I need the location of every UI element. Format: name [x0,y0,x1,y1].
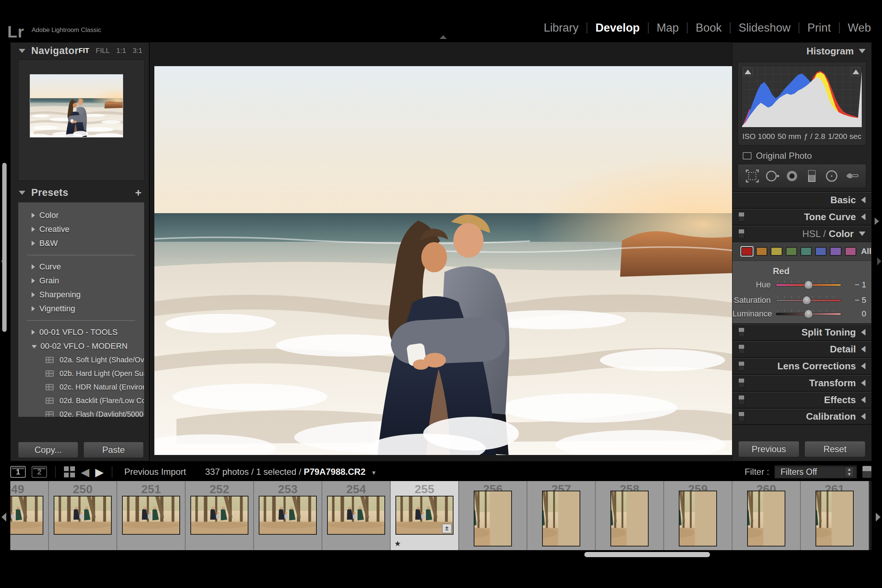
paste-button[interactable]: Paste [83,442,144,458]
hsl-swatch-7[interactable] [845,247,856,256]
main-photo[interactable] [154,66,734,455]
previous-photo-arrow-icon[interactable]: ◀ [81,466,89,478]
module-slideshow[interactable]: Slideshow [739,21,790,34]
saturation-slider[interactable] [776,296,841,305]
preset-item[interactable]: 02a. Soft Light (Shade/Overcast) [18,353,144,367]
filmstrip-cell-259[interactable]: 259 [664,481,732,550]
luminance-thumb[interactable] [804,309,813,318]
lens-corrections-panel-header[interactable]: Lens Corrections [732,357,872,374]
filmstrip-cell-260[interactable]: 260 [732,481,801,550]
photo-thumbnail[interactable] [10,496,44,535]
graduated-filter-icon[interactable] [804,168,820,184]
module-develop[interactable]: Develop [596,21,640,34]
preset-group-creative[interactable]: Creative [18,222,144,236]
preset-item[interactable]: 02e. Flash (Daylight/5000-6000K) [18,408,144,417]
module-web[interactable]: Web [848,21,871,34]
filmstrip-cell-257[interactable]: 257 [527,481,596,550]
collapse-right-panel-icon[interactable] [877,257,881,266]
preset-group-color[interactable]: Color [18,208,144,222]
detail-toggle[interactable] [738,344,744,354]
hsl-all-label[interactable]: All [861,247,872,256]
split-toning-toggle[interactable] [738,327,744,337]
preset-group-sharpening[interactable]: Sharpening [18,288,144,302]
navigator-preview[interactable] [18,60,144,181]
filmstrip-cell-261[interactable]: 261 [801,481,869,550]
add-preset-icon[interactable]: + [135,186,141,199]
reset-button[interactable]: Reset [804,441,866,457]
split-toning-panel-header[interactable]: Split Toning [732,323,872,340]
saturation-thumb[interactable] [802,296,811,304]
module-book[interactable]: Book [696,21,722,34]
hsl-swatch-2[interactable] [771,247,782,256]
hsl-swatch-3[interactable] [786,247,797,256]
presets-header[interactable]: Presets + [10,184,149,201]
main-window-icon[interactable]: 1 [10,466,26,478]
photo-thumbnail[interactable] [610,490,649,546]
grid-view-icon[interactable] [64,466,75,477]
calibration-panel-header[interactable]: Calibration [732,408,872,425]
filmstrip-status[interactable]: 337 photos / 1 selected / P79A7988.CR2 ▼ [205,467,376,477]
photo-thumbnail[interactable] [54,496,112,535]
photo-thumbnail[interactable] [474,490,512,546]
hsl-swatch-6[interactable] [830,247,841,256]
filmstrip-cell-250[interactable]: 250 [49,481,117,550]
original-photo-checkbox[interactable] [743,152,752,159]
photo-thumbnail[interactable] [816,490,854,546]
photo-thumbnail[interactable] [542,490,580,546]
preset-group-curve[interactable]: Curve [18,260,144,274]
detail-panel-header[interactable]: Detail [732,340,872,357]
spot-removal-icon[interactable] [764,168,780,184]
next-photo-arrow-icon[interactable]: ▶ [95,466,104,478]
tone-curve-panel-header[interactable]: Tone Curve [732,208,872,225]
hsl-swatch-5[interactable] [815,247,826,256]
adjustment-badge-icon[interactable]: ± [442,524,452,533]
photo-thumbnail[interactable] [679,490,717,546]
previous-button[interactable]: Previous [738,441,800,457]
histogram-header[interactable]: Histogram [732,43,872,60]
star-rating-icon[interactable]: ★ [394,539,401,548]
photo-thumbnail[interactable] [259,496,317,535]
filmstrip-cell-251[interactable]: 251 [117,481,186,550]
filter-switch[interactable] [862,466,872,478]
preset-group-bw[interactable]: B&W [18,236,144,250]
shadow-clipping-indicator[interactable] [743,67,753,76]
filmstrip-cell-253[interactable]: 253 [254,481,322,550]
zoom-fill[interactable]: FILL [96,46,110,55]
radial-filter-icon[interactable] [824,168,840,184]
filmstrip-cell-254[interactable]: 254 [322,481,391,550]
filmstrip-source[interactable]: Previous Import [124,467,186,477]
photo-thumbnail[interactable] [190,496,248,535]
second-window-icon[interactable]: 2 [32,466,47,478]
filmstrip-scroll-left-icon[interactable] [2,513,6,522]
highlight-clipping-indicator[interactable] [851,67,861,76]
hsl-swatch-4[interactable] [800,247,812,256]
zoom-fit[interactable]: FIT [79,46,89,55]
adjustment-brush-icon[interactable] [843,168,860,184]
hue-thumb[interactable] [804,280,813,289]
filmstrip-scroll-right-icon[interactable] [876,513,880,522]
hsl-swatch-0[interactable] [741,247,753,256]
zoom-1-1[interactable]: 1:1 [117,46,126,55]
transform-panel-header[interactable]: Transform [732,374,872,391]
preset-item[interactable]: 02c. HDR Natural (Environmental) [18,380,144,394]
histogram-graph[interactable] [742,66,862,128]
filmstrip-cell-256[interactable]: 256 [459,481,527,550]
tone-curve-toggle[interactable] [738,212,744,222]
hsl-swatch-1[interactable] [756,247,767,256]
preset-group-vignetting[interactable]: Vignetting [18,302,144,316]
module-library[interactable]: Library [543,21,579,34]
collapse-top-panel-icon[interactable] [440,35,447,39]
photo-thumbnail[interactable] [747,490,785,546]
preset-group-grain[interactable]: Grain [18,274,144,288]
copy-button[interactable]: Copy... [18,442,78,458]
module-map[interactable]: Map [657,21,679,34]
module-print[interactable]: Print [807,21,831,34]
hue-slider[interactable] [776,280,841,290]
filmstrip-cell-255[interactable]: 255★± [391,481,459,550]
calibration-toggle[interactable] [738,412,744,421]
zoom-3-1[interactable]: 3:1 [133,46,142,55]
left-panel-scrollbar[interactable] [2,163,7,332]
effects-panel-header[interactable]: Effects [732,391,872,408]
preset-folder-vflo-tools[interactable]: 00-01 VFLO - TOOLS [18,325,144,339]
photo-thumbnail[interactable] [327,496,385,535]
